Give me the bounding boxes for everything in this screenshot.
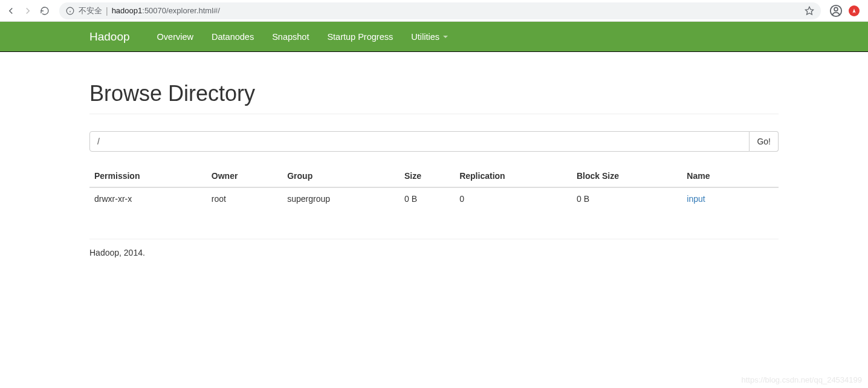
- chrome-right-controls: [829, 4, 863, 18]
- security-label: 不安全: [79, 5, 102, 16]
- cell-name: input: [682, 187, 779, 210]
- svg-marker-6: [853, 8, 856, 13]
- nav-startup-progress[interactable]: Startup Progress: [318, 23, 402, 51]
- page-title: Browse Directory: [89, 81, 779, 106]
- svg-marker-3: [805, 7, 813, 15]
- th-permission: Permission: [89, 166, 207, 187]
- th-owner: Owner: [207, 166, 282, 187]
- th-replication: Replication: [455, 166, 572, 187]
- cell-size: 0 B: [400, 187, 455, 210]
- reload-button[interactable]: [39, 5, 51, 17]
- bookmark-star-icon[interactable]: [804, 5, 815, 16]
- cell-block-size: 0 B: [572, 187, 682, 210]
- table-row: drwxr-xr-x root supergroup 0 B 0 0 B inp…: [89, 187, 779, 210]
- path-input[interactable]: [89, 131, 750, 152]
- forward-button[interactable]: [22, 5, 34, 17]
- browser-chrome: 不安全 | hadoop1:50070/explorer.html#/: [0, 0, 868, 22]
- cell-group: supergroup: [282, 187, 400, 210]
- go-button[interactable]: Go!: [750, 131, 779, 152]
- main-container: Browse Directory Go! Permission Owner Gr…: [80, 81, 788, 266]
- page-header: Browse Directory: [89, 81, 779, 114]
- svg-point-5: [834, 7, 838, 11]
- cell-owner: root: [207, 187, 282, 210]
- nav-snapshot[interactable]: Snapshot: [263, 23, 318, 51]
- th-group: Group: [282, 166, 400, 187]
- nav-utilities[interactable]: Utilities: [402, 23, 457, 51]
- info-icon: [65, 6, 75, 16]
- chevron-down-icon: [443, 36, 448, 38]
- url-text: hadoop1:50070/explorer.html#/: [112, 6, 220, 15]
- address-bar[interactable]: 不安全 | hadoop1:50070/explorer.html#/: [59, 2, 821, 19]
- th-block-size: Block Size: [572, 166, 682, 187]
- address-separator: |: [106, 6, 108, 16]
- nav-datanodes[interactable]: Datanodes: [202, 23, 263, 51]
- nav-utilities-label: Utilities: [411, 32, 439, 42]
- navbar: Hadoop Overview Datanodes Snapshot Start…: [0, 22, 868, 52]
- extension-icon[interactable]: [849, 5, 860, 16]
- th-name: Name: [682, 166, 779, 187]
- directory-table: Permission Owner Group Size Replication …: [89, 166, 779, 210]
- footer: Hadoop, 2014.: [89, 239, 779, 266]
- cell-permission: drwxr-xr-x: [89, 187, 207, 210]
- cell-replication: 0: [455, 187, 572, 210]
- table-header-row: Permission Owner Group Size Replication …: [89, 166, 779, 187]
- brand[interactable]: Hadoop: [89, 30, 130, 44]
- back-button[interactable]: [5, 5, 17, 17]
- nav-overview[interactable]: Overview: [148, 23, 202, 51]
- user-profile-icon[interactable]: [829, 4, 843, 18]
- url-host: hadoop1: [112, 6, 143, 15]
- path-input-group: Go!: [89, 131, 779, 152]
- url-rest: :50070/explorer.html#/: [142, 6, 220, 15]
- th-size: Size: [400, 166, 455, 187]
- name-link[interactable]: input: [687, 194, 705, 204]
